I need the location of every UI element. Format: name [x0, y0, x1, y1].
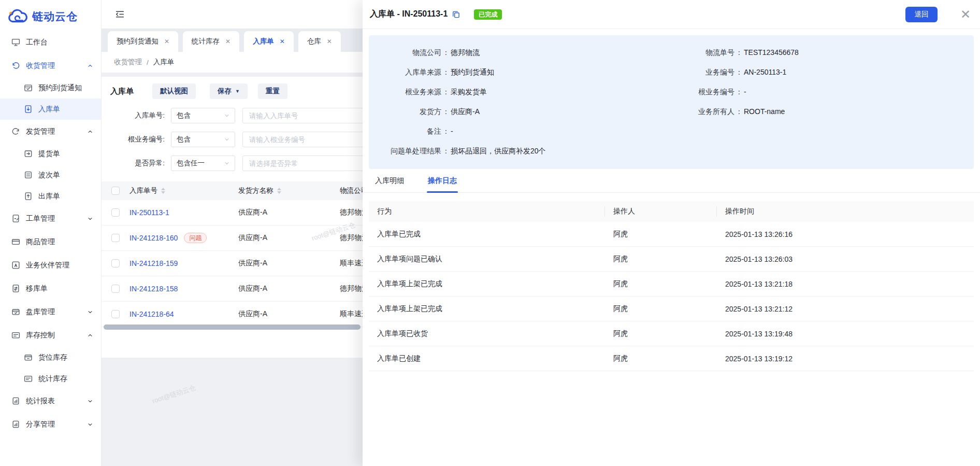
menu-item-label: 预约到货通知	[38, 83, 82, 93]
log-table-header: 行为 操作人 操作时间	[369, 201, 974, 222]
tab-close-icon[interactable]: ✕	[280, 38, 285, 45]
menu-item-icon	[11, 420, 20, 429]
breadcrumb-section[interactable]: 收货管理	[114, 58, 142, 67]
info-label: 业务所有人	[671, 102, 734, 121]
sort-icon[interactable]	[161, 188, 165, 194]
log-time: 2025-01-13 13:19:12	[717, 355, 974, 363]
page-tab[interactable]: 仓库 ✕	[298, 31, 341, 52]
info-colon: ：	[441, 62, 451, 82]
row-checkbox[interactable]	[111, 310, 120, 318]
info-value: -	[744, 82, 746, 102]
log-row: 入库单项问题已确认 阿虎 2025-01-13 13:26:03	[369, 247, 974, 272]
menu-item-label: 业务伙伴管理	[26, 261, 69, 270]
sidebar-item[interactable]: 盘库管理	[0, 300, 101, 323]
filter-label: 根业务编号:	[102, 135, 165, 144]
row-checkbox-cell	[102, 310, 129, 318]
default-view-button[interactable]: 默认视图	[152, 83, 196, 99]
info-colon: ：	[441, 43, 451, 62]
menu-item-label: 出库单	[38, 192, 60, 201]
sidebar-item[interactable]: 发货管理	[0, 120, 101, 143]
order-no-link[interactable]: IN-241218-160	[129, 234, 178, 242]
menu-item-icon	[11, 261, 20, 270]
breadcrumb-current: 入库单	[153, 58, 175, 67]
sidebar-item[interactable]: 移库单	[0, 277, 101, 300]
tab-close-icon[interactable]: ✕	[164, 38, 169, 45]
return-button[interactable]: 退回	[905, 7, 938, 22]
info-row: 入库单来源 ： 预约到货通知	[369, 62, 671, 82]
chevron-down-icon	[224, 113, 229, 118]
sidebar-item[interactable]: 出库单	[0, 186, 101, 207]
page-tab[interactable]: 入库单 ✕	[244, 31, 294, 52]
sidebar: 链动云仓 工作台 收货管理 预约到货通知	[0, 0, 102, 466]
sidebar-menu: 工作台 收货管理 预约到货通知 入库单	[0, 30, 101, 436]
row-checkbox[interactable]	[111, 234, 120, 242]
filter-operator-select[interactable]: 包含任一	[171, 156, 235, 171]
horizontal-scrollbar[interactable]	[104, 324, 361, 330]
sidebar-item[interactable]: 提货单	[0, 143, 101, 164]
tab-label: 统计库存	[192, 37, 220, 46]
filter-operator-select[interactable]: 包含	[171, 132, 235, 147]
order-no-link[interactable]: IN-250113-1	[129, 208, 169, 217]
filter-operator-select[interactable]: 包含	[171, 108, 235, 123]
chevron-down-icon	[224, 161, 229, 166]
log-action: 入库单已创建	[369, 354, 605, 363]
row-checkbox[interactable]	[111, 208, 120, 217]
order-no-cell: IN-241218-159	[129, 259, 238, 267]
menu-fold-icon[interactable]	[115, 9, 125, 19]
log-action: 入库单项上架已完成	[369, 279, 605, 289]
chevron-icon	[87, 309, 93, 315]
sidebar-item[interactable]: 库存控制	[0, 323, 101, 347]
chevron-icon	[87, 63, 93, 69]
page-tab[interactable]: 预约到货通知 ✕	[108, 31, 178, 52]
sidebar-item[interactable]: 统计库存	[0, 368, 101, 389]
drawer-tab[interactable]: 入库明细	[374, 172, 405, 192]
chevron-icon	[87, 421, 93, 428]
save-view-button[interactable]: 保存 ▼	[210, 83, 248, 99]
info-label: 根业务编号	[671, 82, 734, 102]
order-no-link[interactable]: IN-241218-159	[129, 259, 178, 267]
filter-operator-value: 包含	[177, 111, 191, 120]
sidebar-item[interactable]: 货位库存	[0, 347, 101, 368]
sidebar-item[interactable]: 工单管理	[0, 207, 101, 230]
info-label: 问题单处理结果	[369, 141, 441, 161]
sidebar-item[interactable]: 入库单	[0, 98, 101, 120]
log-column-header: 操作时间	[717, 201, 974, 222]
sidebar-item[interactable]: 收货管理	[0, 54, 101, 77]
menu-item-icon	[24, 105, 33, 114]
sidebar-item[interactable]: 商品管理	[0, 230, 101, 253]
sidebar-item[interactable]: 预约到货通知	[0, 77, 101, 98]
sidebar-item[interactable]: 工作台	[0, 31, 101, 54]
tab-close-icon[interactable]: ✕	[327, 38, 332, 45]
log-time: 2025-01-13 13:19:48	[717, 330, 974, 338]
order-no-link[interactable]: IN-241218-64	[129, 310, 174, 318]
page-tab[interactable]: 统计库存 ✕	[183, 31, 239, 52]
app-logo: 链动云仓	[0, 0, 101, 30]
tab-close-icon[interactable]: ✕	[225, 38, 230, 45]
menu-item-icon	[11, 237, 20, 246]
row-checkbox[interactable]	[111, 259, 120, 267]
tab-label: 预约到货通知	[117, 37, 158, 46]
order-no-link[interactable]: IN-241218-158	[129, 285, 178, 293]
menu-item-label: 分享管理	[26, 420, 55, 429]
drawer-tab[interactable]: 操作日志	[427, 172, 458, 192]
close-icon[interactable]: ✕	[960, 8, 971, 21]
reset-button[interactable]: 重置	[258, 83, 287, 99]
filter-operator-value: 包含	[177, 135, 191, 144]
copy-icon[interactable]	[452, 10, 460, 18]
select-all-checkbox[interactable]	[111, 187, 120, 195]
log-time: 2025-01-13 13:26:16	[717, 230, 974, 238]
menu-item-label: 工单管理	[26, 214, 55, 223]
sidebar-item[interactable]: 统计报表	[0, 389, 101, 413]
sidebar-item[interactable]: 分享管理	[0, 413, 101, 436]
sidebar-item[interactable]: 业务伙伴管理	[0, 253, 101, 277]
row-checkbox[interactable]	[111, 285, 120, 293]
sidebar-item[interactable]: 波次单	[0, 164, 101, 186]
log-row: 入库单项上架已完成 阿虎 2025-01-13 13:21:12	[369, 296, 974, 321]
caret-down-icon: ▼	[235, 89, 240, 94]
menu-item-label: 盘库管理	[26, 307, 55, 317]
log-table-body: 入库单已完成 阿虎 2025-01-13 13:26:16 入库单项问题已确认 …	[369, 222, 974, 371]
log-action: 入库单项上架已完成	[369, 304, 605, 314]
sort-icon[interactable]	[277, 188, 281, 194]
order-detail-drawer: 入库单 - IN-250113-1 已完成 退回 ✕ 物流公司 ： 德邦物流 入…	[363, 0, 980, 466]
column-header-label: 入库单号	[129, 186, 157, 195]
